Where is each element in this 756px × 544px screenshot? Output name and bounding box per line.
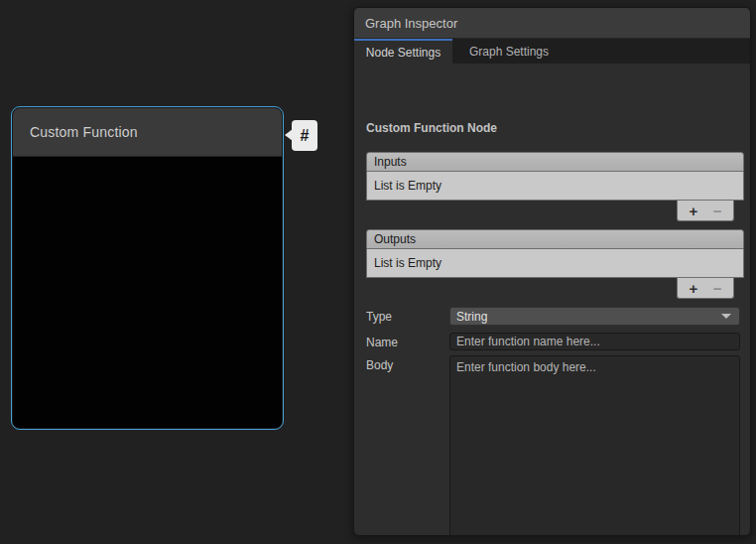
tab-graph-settings[interactable]: Graph Settings — [452, 39, 566, 64]
body-label: Body — [366, 355, 449, 536]
node-preview-area — [13, 157, 282, 428]
panel-title: Graph Inspector — [365, 16, 457, 31]
tab-node-settings[interactable]: Node Settings — [354, 39, 452, 64]
inputs-list-footer-box: + − — [677, 201, 734, 221]
type-row: Type String — [366, 307, 740, 326]
panel-content: Custom Function Node Inputs List is Empt… — [354, 64, 750, 536]
outputs-list: Outputs List is Empty + − — [366, 229, 744, 299]
custom-function-node[interactable]: Custom Function — [12, 107, 283, 429]
graph-inspector-panel: Graph Inspector Node Settings Graph Sett… — [353, 7, 751, 536]
name-row: Name — [366, 333, 740, 350]
type-label: Type — [366, 307, 449, 326]
type-dropdown[interactable]: String — [449, 307, 740, 326]
name-label: Name — [366, 333, 449, 350]
section-title: Custom Function Node — [366, 121, 497, 135]
outputs-list-footer: + − — [366, 278, 744, 299]
hash-badge-icon[interactable]: # — [292, 120, 317, 151]
function-body-textarea[interactable] — [449, 355, 740, 536]
panel-header[interactable]: Graph Inspector — [354, 8, 750, 39]
node-title-bar[interactable]: Custom Function — [13, 108, 282, 157]
inputs-list-footer: + − — [366, 201, 744, 221]
node-title: Custom Function — [30, 124, 138, 140]
function-name-input[interactable] — [449, 333, 740, 350]
type-dropdown-value: String — [456, 310, 487, 324]
inputs-list: Inputs List is Empty + − — [366, 152, 744, 221]
dropdown-arrow-icon — [721, 314, 731, 319]
inputs-list-empty-row: List is Empty — [366, 172, 744, 201]
graph-canvas[interactable]: Custom Function # Graph Inspector Node S… — [0, 0, 756, 544]
inputs-list-header: Inputs — [366, 152, 744, 172]
outputs-list-empty-row: List is Empty — [366, 249, 744, 278]
inputs-add-button[interactable]: + — [685, 204, 701, 218]
body-row: Body — [366, 355, 740, 536]
tab-bar: Node Settings Graph Settings — [354, 39, 750, 64]
inputs-remove-button[interactable]: − — [709, 204, 726, 218]
outputs-list-footer-box: + − — [677, 278, 734, 299]
outputs-add-button[interactable]: + — [685, 281, 701, 296]
outputs-list-header: Outputs — [366, 229, 744, 249]
outputs-remove-button[interactable]: − — [709, 281, 726, 296]
